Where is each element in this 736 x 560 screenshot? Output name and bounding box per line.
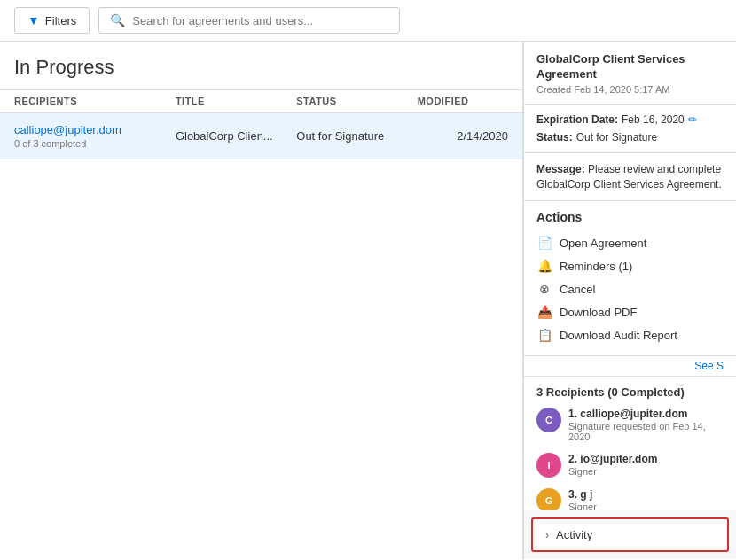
avatar-2: I [536, 453, 561, 478]
recipient-sub-3: Signer [568, 502, 597, 510]
cell-title: GlobalCorp Clien... [176, 129, 296, 143]
search-box: 🔍 [98, 7, 400, 34]
expiration-label: Expiration Date: [536, 113, 618, 126]
search-input[interactable] [132, 14, 388, 27]
left-panel: In Progress Recipients Title Status Modi… [0, 42, 523, 559]
col-title: Title [176, 96, 296, 106]
status-value: Out for Signature [576, 131, 657, 144]
table-header: Recipients Title Status Modified [0, 89, 522, 113]
see-more-link[interactable]: See S [524, 356, 736, 377]
open-agreement-icon: 📄 [536, 236, 552, 250]
filter-button[interactable]: ▼ Filters [14, 7, 90, 34]
cancel-icon: ⊗ [536, 282, 552, 296]
filter-label: Filters [45, 14, 76, 27]
col-recipients: Recipients [14, 96, 176, 106]
actions-title: Actions [536, 210, 724, 224]
open-agreement-label: Open Agreement [560, 237, 646, 250]
action-download-pdf[interactable]: 📥 Download PDF [536, 300, 724, 323]
activity-button[interactable]: › Activity [531, 517, 729, 552]
detail-created: Created Feb 14, 2020 5:17 AM [536, 84, 724, 95]
filter-icon: ▼ [27, 13, 40, 27]
recipients-section: 3 Recipients (0 Completed) C 1. calliope… [524, 377, 736, 510]
recipient-item-1: C 1. calliope@jupiter.dom Signature requ… [536, 408, 724, 442]
download-pdf-icon: 📥 [536, 305, 552, 319]
actions-section: Actions 📄 Open Agreement 🔔 Reminders (1)… [524, 201, 736, 356]
recipient-name-1: 1. calliope@jupiter.dom [568, 408, 724, 420]
chevron-right-icon: › [545, 529, 549, 541]
detail-header: GlobalCorp Client Services Agreement Cre… [524, 42, 736, 105]
detail-meta: Expiration Date: Feb 16, 2020 ✏ Status: … [524, 105, 736, 153]
recipient-info-3: 3. g j Signer [568, 488, 597, 510]
action-open-agreement[interactable]: 📄 Open Agreement [536, 231, 724, 254]
table-row[interactable]: calliope@jupiter.dom 0 of 3 completed Gl… [0, 113, 522, 159]
recipient-info-2: 2. io@jupiter.dom Signer [568, 453, 657, 477]
recipient-sub: 0 of 3 completed [14, 138, 176, 149]
right-panel: GlobalCorp Client Services Agreement Cre… [523, 42, 736, 559]
recipient-item-3: G 3. g j Signer [536, 488, 724, 510]
reminders-label: Reminders (1) [560, 260, 632, 273]
detail-title: GlobalCorp Client Services Agreement [536, 52, 724, 82]
page-title: In Progress [0, 42, 522, 89]
download-pdf-label: Download PDF [560, 306, 637, 319]
download-audit-label: Download Audit Report [560, 329, 677, 342]
download-audit-icon: 📋 [536, 328, 552, 342]
recipient-sub-1: Signature requested on Feb 14, 2020 [568, 421, 724, 442]
expiration-value: Feb 16, 2020 [622, 113, 685, 126]
action-reminders[interactable]: 🔔 Reminders (1) [536, 254, 724, 277]
action-download-audit[interactable]: 📋 Download Audit Report [536, 323, 724, 346]
cell-status: Out for Signature [296, 129, 417, 143]
recipients-title: 3 Recipients (0 Completed) [536, 385, 724, 399]
activity-label: Activity [556, 528, 592, 541]
status-label: Status: [536, 131, 573, 144]
action-cancel[interactable]: ⊗ Cancel [536, 277, 724, 300]
top-bar: ▼ Filters 🔍 [0, 0, 736, 42]
main-layout: In Progress Recipients Title Status Modi… [0, 42, 736, 559]
edit-icon[interactable]: ✏ [688, 113, 697, 126]
recipient-info-1: 1. calliope@jupiter.dom Signature reques… [568, 408, 724, 442]
recipient-sub-2: Signer [568, 466, 657, 477]
recipient-name-2: 2. io@jupiter.dom [568, 453, 657, 465]
recipient-item-2: I 2. io@jupiter.dom Signer [536, 453, 724, 478]
search-icon: 🔍 [110, 13, 125, 27]
status-row: Status: Out for Signature [536, 131, 724, 144]
recipient-name-3: 3. g j [568, 488, 597, 501]
detail-message: Message: Please review and complete Glob… [524, 153, 736, 202]
avatar-1: C [536, 408, 561, 432]
message-label: Message: [536, 163, 585, 175]
recipient-email: calliope@jupiter.dom [14, 123, 176, 136]
col-modified: Modified [418, 96, 508, 106]
expiration-row: Expiration Date: Feb 16, 2020 ✏ [536, 113, 724, 126]
cell-modified: 2/14/2020 [418, 129, 508, 143]
reminders-icon: 🔔 [536, 259, 552, 273]
col-status: Status [296, 96, 417, 106]
cell-recipients: calliope@jupiter.dom 0 of 3 completed [14, 123, 176, 149]
avatar-3: G [536, 488, 561, 510]
cancel-label: Cancel [560, 283, 595, 296]
